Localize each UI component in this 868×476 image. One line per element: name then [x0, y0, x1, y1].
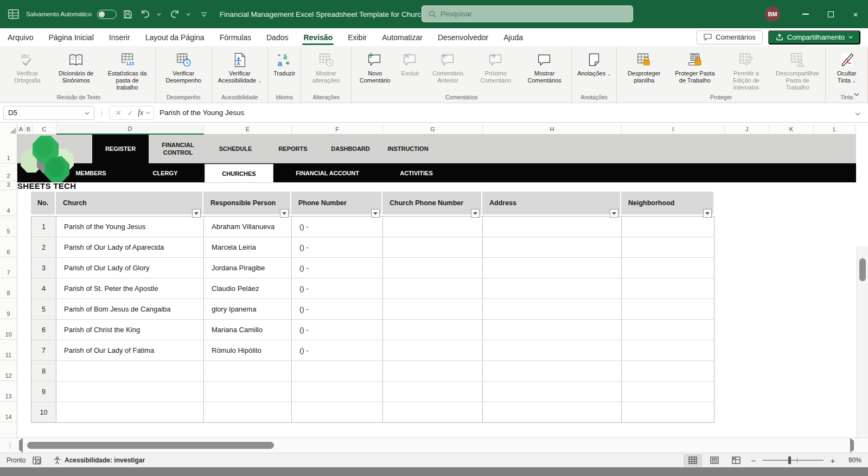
table-cell[interactable]: Parish of St. Peter the Apostle [56, 278, 204, 299]
zoom-level[interactable]: 90% [841, 456, 861, 464]
table-cell[interactable] [622, 278, 714, 299]
menu-tab-automatizar[interactable]: Automatizar [374, 28, 430, 46]
menu-tab-revisao[interactable]: Revisão [296, 28, 340, 46]
share-button[interactable]: Compartilhamento [768, 30, 860, 45]
user-avatar[interactable]: BM [765, 7, 780, 22]
redo-icon[interactable] [169, 8, 181, 20]
table-cell[interactable] [483, 217, 622, 237]
column-header-c[interactable]: C [33, 124, 56, 135]
main-tab-instruction[interactable]: INSTRUCTION [380, 135, 436, 163]
menu-tab-pagina-inicial[interactable]: Página Inicial [41, 28, 101, 46]
table-cell[interactable]: 6 [31, 320, 56, 340]
table-cell[interactable] [483, 237, 622, 257]
table-cell[interactable]: 4 [31, 278, 56, 299]
zoom-in-icon[interactable]: + [828, 456, 838, 465]
column-header-a[interactable]: A [17, 124, 25, 135]
close-button[interactable]: × [843, 0, 868, 28]
normal-view-icon[interactable] [684, 454, 702, 467]
table-cell[interactable]: Marcela Leiria [204, 237, 292, 257]
maximize-button[interactable] [818, 0, 843, 28]
table-cell[interactable]: 9 [31, 382, 56, 402]
table-cell[interactable] [483, 382, 622, 402]
table-cell[interactable] [383, 382, 483, 402]
sub-tab-churches[interactable]: CHURCHES [205, 164, 273, 182]
verificar-desempenho-button[interactable]: Verificar Desempenho [158, 48, 209, 85]
cancel-formula-icon[interactable]: ✕ [113, 109, 124, 117]
table-cell[interactable]: () - [292, 320, 383, 340]
search-input[interactable]: Pesquisar [422, 5, 633, 22]
filter-dropdown-icon[interactable] [371, 209, 380, 218]
row-header-11[interactable]: 11 [0, 340, 17, 360]
zoom-slider[interactable] [763, 460, 824, 461]
undo-icon[interactable] [139, 8, 151, 20]
table-cell[interactable]: glory Ipanema [204, 299, 292, 319]
table-cell[interactable] [383, 320, 483, 340]
column-header-j[interactable]: J [725, 124, 769, 135]
zoom-out-icon[interactable]: − [749, 456, 758, 465]
table-cell[interactable]: () - [292, 340, 383, 360]
column-header-l[interactable]: L [814, 124, 856, 135]
table-cell[interactable]: 2 [31, 237, 56, 257]
proteger-pasta-de-trabalho-button[interactable]: Proteger Pasta de Trabalho [669, 48, 721, 85]
main-tab-financial-control[interactable]: FINANCIAL CONTROL [150, 135, 206, 163]
row-header-14[interactable]: 14 [0, 402, 17, 422]
table-cell[interactable]: () - [292, 217, 383, 237]
name-box-resize-handle[interactable]: ⋮ [94, 109, 109, 117]
document-title[interactable]: Financial Management Excel Spreadsheet T… [220, 10, 441, 18]
desproteger-planilha-button[interactable]: Desproteger planilha [619, 48, 669, 85]
filter-dropdown-icon[interactable] [471, 209, 480, 218]
formula-input[interactable]: Parish of the Young Jesus [159, 109, 855, 117]
save-icon[interactable] [122, 8, 134, 20]
anotacoes-button[interactable]: Anotações⌄ [574, 48, 614, 78]
table-cell[interactable] [483, 278, 622, 299]
row-header-12[interactable]: 12 [0, 360, 17, 381]
undo-dropdown-icon[interactable] [157, 9, 163, 19]
table-cell[interactable] [483, 258, 622, 278]
table-cell[interactable] [483, 361, 622, 381]
redo-dropdown-icon[interactable] [186, 9, 193, 19]
expand-formula-bar-icon[interactable] [855, 108, 868, 118]
table-cell[interactable]: () - [292, 278, 383, 299]
row-header-6[interactable]: 6 [0, 237, 17, 257]
table-cell[interactable] [383, 402, 483, 422]
main-tab-register[interactable]: REGISTER [92, 135, 149, 163]
menu-tab-dados[interactable]: Dados [259, 28, 296, 46]
table-cell[interactable] [483, 320, 622, 340]
accessibility-status[interactable]: Acessibilidade: investigar [53, 456, 145, 465]
minimize-button[interactable] [793, 0, 818, 28]
dicionario-de-sinonimos-button[interactable]: Dicionário de Sinônimos [50, 48, 102, 85]
table-cell[interactable] [383, 278, 483, 299]
table-cell[interactable] [622, 258, 714, 278]
filter-dropdown-icon[interactable] [192, 209, 201, 218]
table-cell[interactable] [383, 299, 483, 319]
table-cell[interactable] [56, 402, 204, 422]
row-header-5[interactable]: 5 [0, 216, 17, 237]
main-tab-schedule[interactable]: SCHEDULE [207, 135, 264, 163]
macro-record-icon[interactable] [33, 456, 41, 465]
insert-function-icon[interactable]: fx [137, 109, 144, 117]
zoom-slider-thumb[interactable] [788, 456, 791, 464]
table-cell[interactable] [483, 340, 622, 360]
name-box-dropdown-icon[interactable] [85, 109, 90, 117]
filter-dropdown-icon[interactable] [703, 209, 712, 218]
verificar-acessibilidade-button[interactable]: Verificar Acessibilidade⌄ [214, 48, 266, 85]
row-header-4[interactable]: 4 [0, 190, 17, 216]
table-cell[interactable]: Parish of Our Lady of Fatima [56, 340, 204, 360]
row-header-1[interactable]: 1 [0, 135, 17, 163]
menu-tab-formulas[interactable]: Fórmulas [212, 28, 259, 46]
name-box[interactable]: D5 [3, 106, 94, 120]
table-cell[interactable]: Parish of Our Lady of Glory [56, 258, 204, 278]
table-cell[interactable] [622, 361, 714, 381]
row-header-2[interactable]: 2 [0, 163, 17, 181]
table-cell[interactable]: 5 [31, 299, 56, 319]
enter-formula-icon[interactable]: ✓ [125, 109, 136, 117]
horizontal-scroll-thumb[interactable] [27, 442, 274, 449]
menu-tab-inserir[interactable]: Inserir [101, 28, 138, 46]
table-cell[interactable] [483, 299, 622, 319]
row-header-8[interactable]: 8 [0, 278, 17, 299]
table-cell[interactable] [292, 361, 383, 381]
vertical-scroll-thumb[interactable] [859, 258, 866, 281]
menu-tab-arquivo[interactable]: Arquivo [0, 28, 41, 46]
table-cell[interactable] [292, 382, 383, 402]
table-cell[interactable]: Jordana Piragibe [204, 258, 292, 278]
